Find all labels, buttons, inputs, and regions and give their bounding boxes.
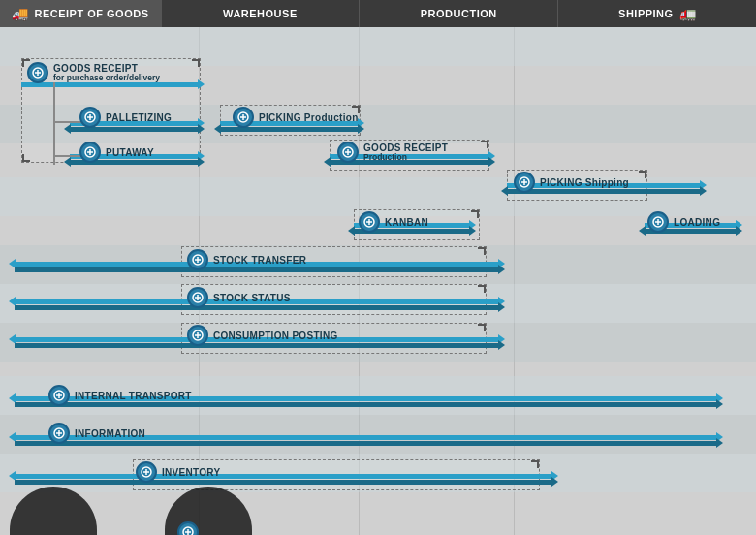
truck-out-icon: 🚛	[679, 6, 697, 21]
node-consumption-posting[interactable]: CONSUMPTION POSTING	[187, 325, 337, 346]
stock-status-label: STOCK STATUS	[213, 293, 291, 303]
consumption-posting-icon	[187, 325, 208, 346]
putaway-icon	[79, 142, 101, 163]
stock-status-icon	[187, 287, 208, 308]
silhouette-person-1	[10, 487, 97, 535]
loading-icon	[647, 211, 669, 233]
node-stock-transfer[interactable]: STOCK TRANSFER	[187, 249, 306, 270]
kanban-label: KANBAN	[385, 217, 428, 228]
goods-receipt-po-icon	[27, 62, 48, 83]
node-picking-ship[interactable]: PICKING Shipping	[514, 172, 629, 193]
node-inventory[interactable]: INVENTORY	[136, 461, 221, 483]
palletizing-icon	[79, 107, 101, 128]
information-label: INFORMATION	[75, 428, 145, 439]
header-receipt-of-goods[interactable]: 🚚 RECEIPT OF GOODS	[0, 0, 161, 27]
node-kanban[interactable]: KANBAN	[359, 211, 428, 233]
bottom-process-icon	[177, 521, 199, 535]
node-internal-transport[interactable]: INTERNAL TRANSPORT	[48, 385, 192, 406]
node-palletizing[interactable]: PALLETIZING	[79, 107, 172, 128]
putaway-label: PUTAWAY	[106, 147, 154, 158]
node-picking-prod[interactable]: PICKING Production	[233, 107, 359, 128]
v-line-receipt	[53, 82, 55, 165]
header: 🚚 RECEIPT OF GOODS WAREHOUSE PRODUCTION …	[0, 0, 756, 27]
truck-in-icon: 🚚	[12, 6, 29, 21]
warehouse-label: WAREHOUSE	[223, 8, 298, 19]
header-production[interactable]: PRODUCTION	[360, 0, 557, 27]
goods-receipt-po-sublabel: for purchase order/delivery	[53, 74, 160, 82]
inventory-label: INVENTORY	[162, 467, 221, 478]
loading-label: LOADING	[674, 217, 720, 228]
arrow-inventory	[15, 474, 552, 479]
production-label: PRODUCTION	[421, 8, 497, 19]
picking-prod-icon	[233, 107, 254, 128]
shipping-label: SHIPPING	[618, 8, 674, 19]
kanban-icon	[359, 211, 380, 233]
node-bottom-icon	[177, 521, 204, 535]
receipt-of-goods-label: RECEIPT OF GOODS	[35, 8, 149, 19]
node-goods-receipt-po[interactable]: GOODS RECEIPT for purchase order/deliver…	[27, 62, 160, 83]
gr-prod-icon	[337, 142, 359, 163]
picking-ship-icon	[514, 172, 535, 193]
consumption-posting-label: CONSUMPTION POSTING	[213, 330, 337, 341]
process-diagram: GOODS RECEIPT for purchase order/deliver…	[0, 27, 756, 535]
inventory-icon	[136, 461, 157, 483]
picking-prod-label: PICKING Production	[259, 112, 359, 123]
node-stock-status[interactable]: STOCK STATUS	[187, 287, 291, 308]
header-shipping[interactable]: SHIPPING 🚛	[558, 0, 756, 27]
node-putaway[interactable]: PUTAWAY	[79, 142, 154, 163]
information-icon	[48, 423, 70, 444]
internal-transport-icon	[48, 385, 70, 406]
node-information[interactable]: INFORMATION	[48, 423, 145, 444]
node-loading[interactable]: LOADING	[647, 211, 720, 233]
gr-prod-sublabel: Production	[363, 153, 448, 162]
palletizing-label: PALLETIZING	[106, 112, 172, 123]
picking-ship-label: PICKING Shipping	[540, 177, 629, 188]
arrow-inventory-back	[15, 480, 552, 485]
stock-transfer-label: STOCK TRANSFER	[213, 255, 306, 266]
stock-transfer-icon	[187, 249, 208, 270]
header-warehouse[interactable]: WAREHOUSE	[162, 0, 360, 27]
internal-transport-label: INTERNAL TRANSPORT	[75, 391, 192, 401]
node-gr-prod[interactable]: GOODS RECEIPT Production	[337, 142, 448, 163]
